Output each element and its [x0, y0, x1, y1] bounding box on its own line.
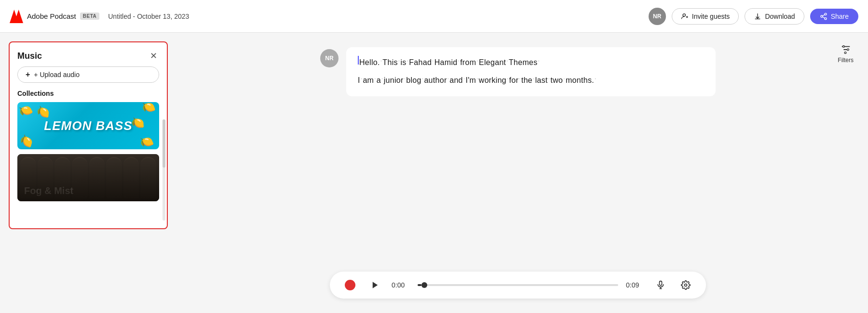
scrollbar-track[interactable]	[163, 119, 165, 221]
svg-point-17	[685, 284, 687, 287]
share-button[interactable]: Share	[810, 9, 858, 24]
app-header: Adobe Podcast BETA Untitled - October 13…	[0, 0, 868, 33]
music-panel-title: Music	[17, 51, 42, 61]
svg-line-9	[822, 14, 825, 16]
transcript-bubble[interactable]: Hello. · This · is · Fahad · Hamid · fro…	[346, 47, 716, 96]
play-button[interactable]	[366, 276, 384, 294]
adobe-logo-icon	[10, 10, 23, 23]
fog-overlay	[17, 154, 159, 201]
collection-card-fog-mist[interactable]: Fog & Mist	[17, 154, 159, 201]
filters-icon	[841, 44, 851, 55]
record-dot-icon	[345, 280, 355, 290]
microphone-button[interactable]	[652, 276, 669, 294]
music-panel-close-button[interactable]: ✕	[148, 50, 159, 62]
lemon-decoration: 🍋	[17, 103, 34, 119]
header-left: Adobe Podcast BETA Untitled - October 13…	[10, 10, 649, 23]
current-time: 0:00	[392, 281, 410, 289]
svg-point-7	[825, 17, 827, 19]
end-time: 0:09	[626, 281, 644, 289]
content-area: Filters NR Hello. · This · is · Fahad	[168, 33, 868, 313]
record-button[interactable]	[341, 276, 359, 294]
scrollbar-thumb[interactable]	[163, 119, 165, 168]
invite-guests-icon	[681, 13, 689, 20]
main-area: Music ✕ + + Upload audio Collections 🍋 🍋…	[0, 33, 868, 313]
svg-point-5	[825, 13, 827, 15]
settings-icon	[681, 280, 691, 290]
collection-card-lemon-bass[interactable]: 🍋 🍋 🍋 🍋 🍋 🍋 LEMON BASS	[17, 102, 159, 149]
svg-point-6	[821, 15, 823, 17]
svg-line-8	[822, 17, 825, 18]
svg-point-2	[683, 13, 685, 16]
lemon-decoration: 🍋	[131, 116, 145, 130]
collections-label: Collections	[10, 90, 167, 102]
svg-marker-13	[373, 282, 378, 288]
collections-list: 🍋 🍋 🍋 🍋 🍋 🍋 LEMON BASS	[10, 102, 167, 228]
filters-button[interactable]: Filters	[838, 44, 854, 64]
filters-label: Filters	[838, 57, 854, 64]
transcript-line-2: I · am · a · junior · blog · author · an…	[358, 74, 704, 88]
transcript-speaker-row: NR Hello. · This · is · Fahad · Hamid	[320, 47, 716, 96]
microphone-icon	[656, 280, 665, 290]
user-avatar: NR	[649, 8, 666, 25]
settings-button[interactable]	[677, 276, 694, 294]
music-panel: Music ✕ + + Upload audio Collections 🍋 🍋…	[9, 41, 168, 229]
plus-icon: +	[26, 70, 30, 79]
transcript-line-1: Hello. · This · is · Fahad · Hamid · fro…	[358, 56, 704, 70]
lemon-decoration: 🍋	[141, 102, 156, 115]
speaker-avatar: NR	[320, 49, 339, 67]
play-icon	[371, 281, 380, 289]
share-icon	[820, 13, 827, 20]
download-button[interactable]: Download	[745, 8, 804, 25]
svg-point-12	[844, 52, 846, 54]
progress-fill	[418, 284, 421, 286]
header-right: NR Invite guests Download Share	[649, 8, 858, 25]
collection-name-lemon-bass: LEMON BASS	[44, 118, 132, 133]
upload-audio-button[interactable]: + + Upload audio	[17, 66, 159, 83]
svg-rect-14	[660, 281, 662, 286]
playback-bar: 0:00 0:09	[330, 272, 706, 299]
transcript-container: NR Hello. · This · is · Fahad · Hamid	[320, 47, 716, 272]
doc-title: Untitled - October 13, 2023	[108, 13, 189, 20]
app-name: Adobe Podcast	[27, 12, 76, 20]
text-cursor	[358, 56, 359, 65]
download-icon	[754, 13, 761, 20]
invite-guests-button[interactable]: Invite guests	[672, 8, 739, 25]
lemon-decoration: 🍋	[35, 104, 51, 120]
music-panel-header: Music ✕	[10, 42, 167, 66]
beta-badge: BETA	[80, 13, 99, 20]
progress-track[interactable]	[418, 284, 618, 286]
progress-thumb[interactable]	[421, 282, 427, 288]
lemon-decoration: 🍋	[139, 134, 155, 149]
svg-point-11	[847, 49, 849, 51]
svg-point-10	[842, 46, 844, 48]
lemon-decoration: 🍋	[18, 133, 35, 149]
